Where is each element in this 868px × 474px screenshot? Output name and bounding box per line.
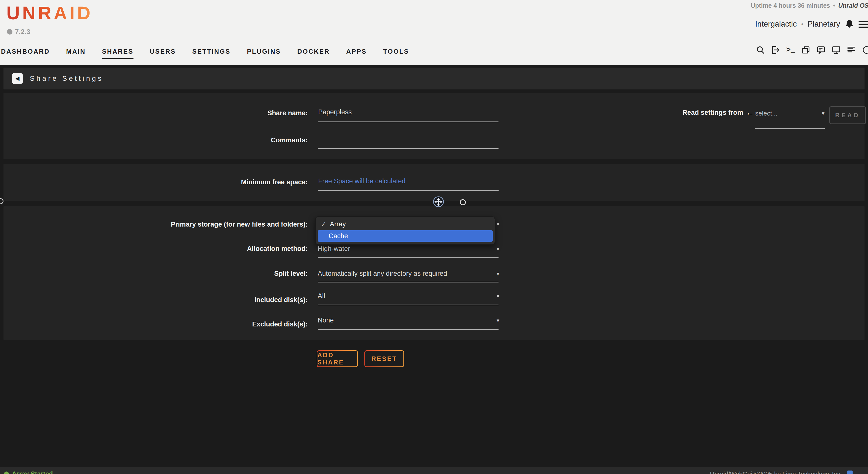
split-level-underline [318,282,499,282]
header: UNRAID 7.2.3 Uptime 4 hours 36 minutes•U… [0,0,868,65]
dropdown-option-cache[interactable]: Cache [318,230,493,242]
theme-icon[interactable] [862,45,868,55]
unraid-logo[interactable]: UNRAID [6,2,93,24]
allocation-method-label: Allocation method: [0,245,308,252]
split-level-label: Split level: [0,270,308,277]
click-indicator-icon [460,199,466,205]
feedback-icon[interactable] [816,45,826,55]
primary-storage-dropdown: ✓ Array Cache [315,216,495,245]
version-orb-icon [7,29,12,35]
comments-input[interactable] [318,134,478,144]
left-arrow-icon: ← [746,108,754,117]
add-share-button-label: ADD SHARE [317,351,357,366]
page-title-bar: ◀ Share Settings [3,68,865,90]
min-free-space-input[interactable] [318,176,478,186]
chevron-down-icon[interactable]: ▼ [496,294,500,299]
server-name-primary: Intergalactic [755,20,797,29]
dot-separator: • [801,21,803,27]
nav-main[interactable]: MAIN [66,48,86,59]
sign-out-icon[interactable] [771,45,780,55]
dropdown-option-label: Cache [329,232,348,240]
copy-icon[interactable] [801,45,811,55]
array-status[interactable]: Array Started [4,470,53,474]
version-label: 7.2.3 [15,28,30,36]
page-title: Share Settings [30,74,103,82]
comments-label: Comments: [0,136,308,144]
allocation-method-select[interactable]: High-water [318,245,350,252]
uptime-row: Uptime 4 hours 36 minutes•Unraid OS Star… [751,2,868,9]
search-icon[interactable] [756,45,765,55]
comments-underline [318,148,499,149]
menu-icon[interactable] [859,21,868,28]
dropdown-option-label: Array [330,221,346,228]
share-name-input[interactable] [318,107,478,117]
read-settings-select[interactable]: select... [755,109,777,117]
nav-plugins[interactable]: PLUGINS [247,48,281,59]
min-free-space-label: Minimum free space: [0,178,308,186]
move-cursor-icon [433,196,444,208]
server-name-secondary: Planetary [808,20,840,29]
nav-users[interactable]: USERS [150,48,176,59]
version-row: 7.2.3 [7,28,30,36]
read-settings-underline [755,128,825,129]
unraid-webgui: UNRAID 7.2.3 Uptime 4 hours 36 minutes•U… [0,0,868,474]
copyright-text: Unraid/WebGui ©2005 by Lime Technology, … [710,471,842,474]
excluded-disks-label: Excluded disk(s): [0,320,308,328]
chevron-down-icon[interactable]: ▼ [496,222,500,227]
share-name-underline [318,122,499,122]
share-name-label: Share name: [0,109,308,117]
dot-separator: • [833,2,835,9]
bell-icon[interactable] [845,20,854,29]
check-icon: ✓ [321,221,327,228]
excluded-disks-select[interactable]: None [318,316,334,324]
back-icon[interactable]: ◀ [12,73,23,84]
nav-apps[interactable]: APPS [346,48,367,59]
read-button[interactable]: READ [829,106,866,124]
read-settings-label: Read settings from [671,109,743,116]
log-icon[interactable] [847,45,856,55]
monitor-icon[interactable] [832,45,841,55]
chevron-down-icon[interactable]: ▼ [496,271,500,277]
min-free-space-underline [318,190,499,191]
footer-bar: Array Started Unraid/WebGui ©2005 by Lim… [0,467,868,474]
main-nav: DASHBOARD MAIN SHARES USERS SETTINGS PLU… [1,48,409,59]
chevron-down-icon: ▼ [821,111,826,116]
nav-settings[interactable]: SETTINGS [192,48,230,59]
chevron-down-icon[interactable]: ▼ [496,318,500,324]
included-disks-select[interactable]: All [318,292,325,300]
panel-share-identity [3,93,865,159]
chevron-down-icon[interactable]: ▼ [496,246,500,252]
dropdown-option-array[interactable]: ✓ Array [321,221,346,228]
uptime-text: Uptime 4 hours 36 minutes [751,2,830,9]
add-share-button[interactable]: ADD SHARE [317,350,358,367]
nav-dashboard[interactable]: DASHBOARD [1,48,50,59]
edge-indicator-icon [0,198,3,204]
nav-shares[interactable]: SHARES [102,48,133,59]
terminal-icon[interactable]: >_ [786,45,796,55]
nav-tools[interactable]: TOOLS [383,48,409,59]
split-level-select[interactable]: Automatically split any directory as req… [318,270,447,277]
reset-button-label: RESET [365,351,403,366]
primary-storage-label: Primary storage (for new files and folde… [0,221,308,228]
server-row: Intergalactic • Planetary [755,20,868,29]
excluded-disks-underline [318,329,499,330]
array-status-label: Array Started [12,470,53,474]
reset-button[interactable]: RESET [364,350,404,367]
included-disks-underline [318,305,499,305]
included-disks-label: Included disk(s): [0,296,308,304]
credits-icon[interactable] [847,471,852,474]
nav-docker[interactable]: DOCKER [297,48,330,59]
os-edition-text: Unraid OS Starter [838,2,868,9]
status-orb-icon [4,472,9,474]
allocation-underline [318,257,499,258]
header-toolbar: >_ [756,45,868,55]
